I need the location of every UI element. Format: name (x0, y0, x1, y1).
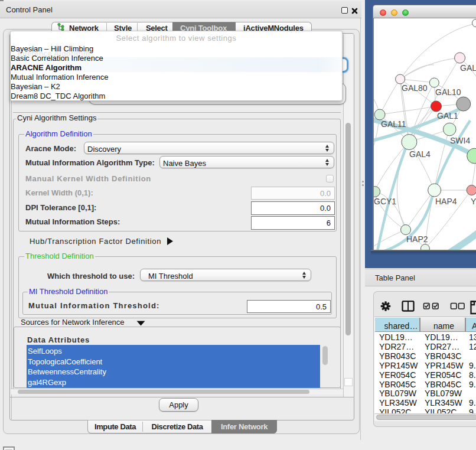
svg-text:GAL10: GAL10 (435, 87, 461, 97)
svg-text:GCY1: GCY1 (374, 197, 396, 206)
svg-text:GAL1: GAL1 (437, 111, 458, 120)
svg-text:GAL11: GAL11 (381, 119, 406, 129)
svg-text:HAP2: HAP2 (406, 234, 428, 244)
svg-text:SWI4: SWI4 (450, 136, 470, 145)
svg-text:HAP4: HAP4 (435, 197, 457, 206)
svg-text:Y: Y (471, 197, 476, 206)
svg-text:GAL8: GAL8 (460, 63, 476, 73)
svg-text:GAL80: GAL80 (402, 83, 428, 93)
svg-text:GAL4: GAL4 (409, 149, 431, 159)
